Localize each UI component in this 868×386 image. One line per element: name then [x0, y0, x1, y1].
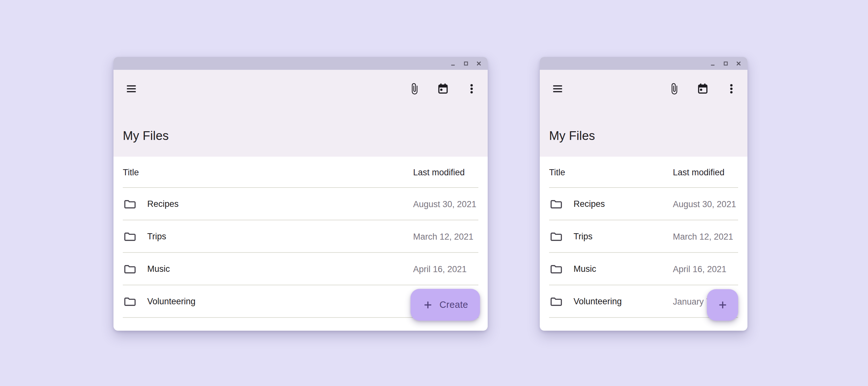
row-title: Trips	[147, 232, 166, 242]
window-titlebar[interactable]	[540, 57, 747, 70]
folder-icon	[550, 295, 563, 308]
create-fab-label: Create	[439, 299, 468, 310]
create-fab[interactable]: Create	[410, 289, 480, 321]
table-header-row: Title Last modified	[540, 157, 747, 188]
column-header-last-modified: Last modified	[673, 167, 724, 177]
row-title: Volunteering	[574, 297, 622, 306]
minimize-icon[interactable]	[710, 61, 716, 66]
folder-icon	[550, 263, 563, 276]
folder-icon	[550, 198, 563, 211]
plus-icon	[423, 299, 433, 310]
calendar-today-icon[interactable]	[437, 83, 449, 95]
row-title: Music	[147, 264, 170, 274]
menu-icon[interactable]	[552, 83, 564, 95]
column-header-title: Title	[549, 167, 565, 177]
app-header: My Files	[114, 70, 488, 157]
close-icon[interactable]	[476, 61, 482, 66]
table-header-row: Title Last modified	[114, 157, 488, 188]
row-date: August 30, 2021	[673, 199, 736, 209]
column-header-title: Title	[123, 167, 139, 177]
toolbar-actions	[668, 83, 738, 95]
window-titlebar[interactable]	[114, 57, 488, 70]
menu-icon[interactable]	[125, 83, 137, 95]
app-header: My Files	[540, 70, 747, 157]
close-icon[interactable]	[736, 61, 741, 66]
row-date: March 12, 2021	[673, 232, 733, 242]
folder-icon	[123, 230, 136, 243]
row-date: August 30, 2021	[413, 199, 476, 209]
attach-file-icon[interactable]	[668, 83, 680, 95]
row-date: April 16, 2021	[413, 264, 467, 274]
table-row[interactable]: Music April 16, 2021	[114, 253, 488, 285]
table-row[interactable]: Recipes August 30, 2021	[114, 188, 488, 220]
calendar-today-icon[interactable]	[696, 83, 709, 95]
app-window-left: My Files Title Last modified Recipes Aug…	[114, 57, 488, 331]
top-app-bar	[552, 83, 738, 95]
row-title: Recipes	[574, 199, 605, 209]
folder-icon	[123, 263, 136, 276]
row-date: March 12, 2021	[413, 232, 473, 242]
folder-icon	[550, 230, 563, 243]
row-title: Volunteering	[147, 297, 195, 306]
row-title: Music	[574, 264, 596, 274]
table-row[interactable]: Music April 16, 2021	[540, 253, 747, 285]
app-window-right: My Files Title Last modified Recipes Aug…	[540, 57, 747, 331]
more-vert-icon[interactable]	[725, 83, 738, 95]
column-header-last-modified: Last modified	[413, 167, 465, 177]
table-row[interactable]: Recipes August 30, 2021	[540, 188, 747, 220]
minimize-icon[interactable]	[451, 61, 456, 66]
table-row[interactable]: Trips March 12, 2021	[114, 220, 488, 253]
create-fab[interactable]	[707, 289, 738, 321]
top-app-bar	[125, 83, 478, 95]
maximize-icon[interactable]	[723, 61, 728, 66]
attach-file-icon[interactable]	[408, 83, 421, 95]
row-title: Recipes	[147, 199, 179, 209]
folder-icon	[123, 295, 136, 308]
more-vert-icon[interactable]	[465, 83, 478, 95]
page-title: My Files	[123, 129, 169, 143]
toolbar-actions	[408, 83, 478, 95]
plus-icon	[717, 299, 728, 310]
table-row[interactable]: Trips March 12, 2021	[540, 220, 747, 253]
row-title: Trips	[574, 232, 592, 242]
page-title: My Files	[549, 129, 595, 143]
maximize-icon[interactable]	[463, 61, 469, 66]
row-date: April 16, 2021	[673, 264, 726, 274]
folder-icon	[123, 198, 136, 211]
